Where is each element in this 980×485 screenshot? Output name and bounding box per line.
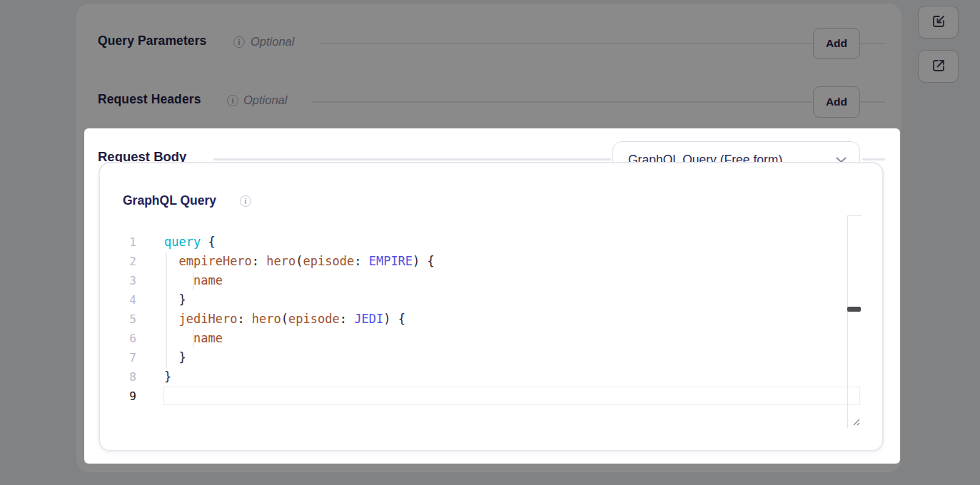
code-line: [164, 387, 435, 406]
line-number: 1: [111, 233, 136, 252]
editor-scrollbar-track: [847, 215, 862, 216]
query-parameters-label: Query Parameters: [98, 34, 206, 48]
editor-gutter: 123456789: [111, 233, 136, 406]
inline-edit-button[interactable]: [918, 6, 959, 39]
info-icon[interactable]: i: [240, 195, 251, 207]
add-request-header-button[interactable]: Add: [813, 86, 860, 118]
code-line: empireHero: hero(episode: EMPIRE) {: [164, 252, 435, 271]
code-line: jediHero: hero(episode: JEDI) {: [164, 310, 435, 329]
code-line: }: [164, 348, 435, 367]
divider: [320, 43, 885, 44]
line-number: 6: [111, 329, 136, 348]
request-headers-label: Request Headers: [98, 92, 201, 107]
open-external-icon: [931, 58, 946, 76]
app-canvas: Query Parameters i Optional Add Request …: [0, 0, 980, 485]
line-number: 7: [111, 348, 136, 367]
editor-scrollbar-track: [847, 215, 848, 428]
divider: [862, 158, 885, 160]
line-number: 8: [111, 367, 136, 387]
line-number: 4: [111, 290, 136, 310]
editor-code-lines[interactable]: query { empireHero: hero(episode: EMPIRE…: [164, 233, 435, 406]
request-headers-optional-badge: Optional: [243, 93, 287, 107]
info-icon[interactable]: i: [233, 36, 245, 48]
code-line: name: [164, 329, 435, 348]
code-line: }: [164, 290, 435, 310]
query-parameters-optional-badge: Optional: [251, 35, 294, 48]
textarea-resize-handle[interactable]: [850, 416, 862, 430]
inline-edit-icon: [931, 14, 946, 31]
code-line: }: [164, 367, 435, 387]
line-number: 5: [111, 310, 136, 329]
line-number: 2: [111, 252, 136, 271]
line-number: 3: [111, 271, 136, 290]
open-external-button[interactable]: [918, 50, 959, 83]
code-line: query {: [164, 233, 435, 252]
line-number: 9: [111, 387, 136, 406]
add-query-parameter-button[interactable]: Add: [813, 28, 860, 59]
info-icon[interactable]: i: [227, 95, 238, 106]
editor-scrollbar-thumb[interactable]: [847, 307, 861, 312]
graphql-query-label: GraphQL Query: [123, 193, 216, 208]
divider: [312, 101, 885, 103]
code-line: name: [164, 271, 435, 290]
divider: [213, 158, 611, 160]
